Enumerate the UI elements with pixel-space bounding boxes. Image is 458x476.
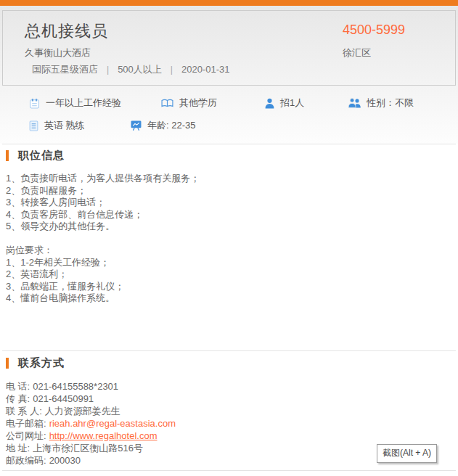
attr-gender: 性别：不限 <box>348 97 414 110</box>
job-info-section-title: 职位信息 <box>18 149 65 163</box>
contact-value: 上海市徐汇区衡山路516号 <box>33 443 143 454</box>
contact-person: 联 系 人:人力资源部姜先生 <box>6 405 441 417</box>
attr-headcount-label: 招1人 <box>280 97 304 110</box>
job-title: 总机接线员 <box>25 20 108 42</box>
attr-headcount: 招1人 <box>265 97 304 110</box>
people-icon <box>348 98 361 108</box>
job-description: 1、负责接听电话，为客人提供各项有关服务； 2、负责叫醒服务； 3、转接客人房间… <box>6 173 441 305</box>
section-accent-bar <box>6 150 9 161</box>
person-icon <box>265 98 274 109</box>
top-accent-bar <box>0 0 458 6</box>
board-icon <box>131 120 142 131</box>
contact-label: 电子邮箱: <box>6 418 46 429</box>
salary-range: 4500-5999 <box>343 22 405 38</box>
contact-label: 电 话: <box>6 381 30 392</box>
contact-email: rieah.ahr@regal-eastasia.com <box>49 418 176 429</box>
screenshot-tooltip: 截图(Alt + A) <box>377 444 437 463</box>
duty-line: 5、领导交办的其他任务。 <box>6 221 441 233</box>
book-icon <box>161 99 173 108</box>
contact-section-title: 联系方式 <box>18 356 65 370</box>
contact-email-row: 电子邮箱:rieah.ahr@regal-eastasia.com <box>6 417 441 430</box>
contact-fax: 传 真:021-64450991 <box>6 393 441 405</box>
post-date: 2020-01-31 <box>181 64 230 75</box>
attr-language-label: 英语 熟练 <box>44 119 85 132</box>
requirement-line: 3、品貌端正，懂服务礼仪； <box>6 281 441 293</box>
calendar-icon <box>29 98 40 109</box>
company-type: 国际五星级酒店 <box>32 64 98 75</box>
company-meta-row: 国际五星级酒店|500人以上|2020-01-31 <box>32 63 229 76</box>
contact-phone: 电 话:021-64155588*2301 <box>6 380 441 393</box>
blank-line <box>6 233 441 245</box>
company-size: 500人以上 <box>118 64 162 75</box>
contact-label: 地 址: <box>6 443 30 454</box>
contact-label: 公司网址: <box>6 430 46 441</box>
contact-website-row: 公司网址:http://www.regalhotel.com <box>6 430 441 442</box>
duty-line: 3、转接客人房间电话； <box>6 197 441 209</box>
header-area: 总机接线员 4500-5999 久事衡山大酒店 徐汇区 国际五星级酒店|500人… <box>0 6 458 144</box>
attr-experience-label: 一年以上工作经验 <box>46 97 121 110</box>
duty-line: 4、负责客房部、前台信息传递； <box>6 209 441 221</box>
contact-label: 邮政编码: <box>6 455 46 466</box>
contact-value: 021-64155588*2301 <box>33 381 118 392</box>
document-icon <box>29 120 38 131</box>
attr-experience: 一年以上工作经验 <box>29 97 121 110</box>
company-name: 久事衡山大酒店 <box>25 46 91 60</box>
attr-age: 年龄: 22-35 <box>131 119 195 132</box>
section-accent-bar <box>6 358 9 369</box>
company-website-link[interactable]: http://www.regalhotel.com <box>49 430 158 441</box>
contact-label: 联 系 人: <box>6 406 42 416</box>
attr-education: 其他学历 <box>161 97 217 110</box>
requirement-line: 4、懂前台电脑操作系统。 <box>6 292 441 305</box>
contact-section-header: 联系方式 <box>6 357 65 369</box>
contact-label: 传 真: <box>6 393 30 404</box>
duty-line: 2、负责叫醒服务； <box>6 185 441 197</box>
job-posting-page: { "header": { "title": "总机接线员", "salary"… <box>0 0 458 476</box>
contact-value: 人力资源部姜先生 <box>45 406 120 416</box>
duty-line: 1、负责接听电话，为客人提供各项有关服务； <box>6 173 441 185</box>
contact-value: 200030 <box>49 455 81 466</box>
requirement-line: 1、1-2年相关工作经验； <box>6 257 441 269</box>
contact-info: 电 话:021-64155588*2301 传 真:021-64450991 联… <box>6 380 441 467</box>
job-summary-card: 总机接线员 4500-5999 久事衡山大酒店 徐汇区 国际五星级酒店|500人… <box>2 10 456 86</box>
meta-separator: | <box>107 65 109 75</box>
section-divider <box>2 350 456 351</box>
requirement-line: 2、英语流利； <box>6 268 441 281</box>
contact-postcode: 邮政编码:200030 <box>6 454 441 467</box>
meta-separator: | <box>171 65 173 75</box>
attr-language: 英语 熟练 <box>29 119 85 132</box>
requirements-title: 岗位要求： <box>6 245 441 257</box>
attr-gender-label: 性别：不限 <box>367 97 414 110</box>
bottom-divider <box>2 470 456 471</box>
section-divider <box>2 144 456 144</box>
attr-age-label: 年龄: 22-35 <box>147 119 195 132</box>
contact-address: 地 址:上海市徐汇区衡山路516号 <box>6 442 441 454</box>
contact-value: 021-64450991 <box>33 393 94 404</box>
job-info-section-header: 职位信息 <box>6 149 65 161</box>
attr-education-label: 其他学历 <box>179 97 217 110</box>
job-district: 徐汇区 <box>343 46 371 60</box>
